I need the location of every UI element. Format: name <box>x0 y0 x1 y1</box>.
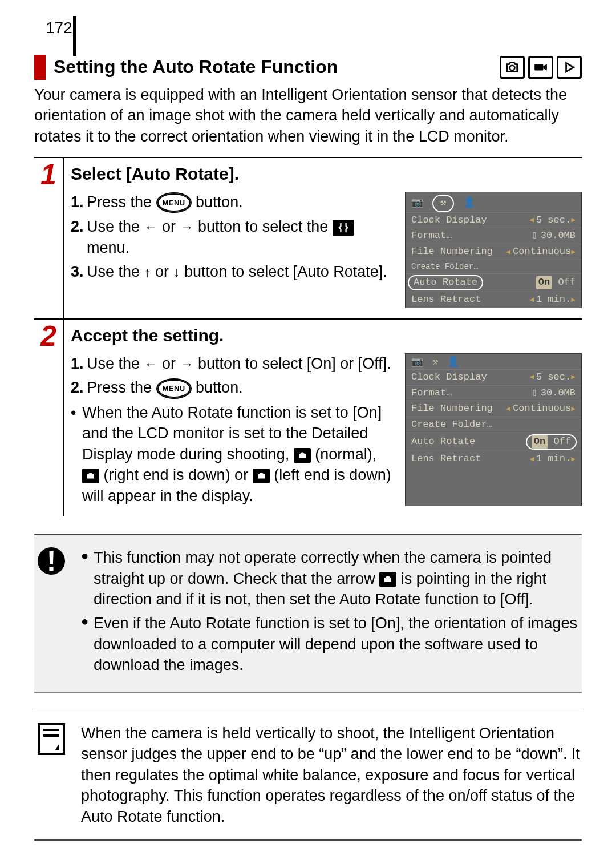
memo-block: When the camera is held vertically to sh… <box>34 710 582 841</box>
camera-mode-icon <box>500 56 525 79</box>
lcd-preview-1: 📷 ⚒ 👤 Clock Display◀5 sec.▶ Format…▯30.0… <box>405 192 582 309</box>
section-header: Setting the Auto Rotate Function <box>34 55 582 80</box>
intro-text: Your camera is equipped with an Intellig… <box>34 84 582 147</box>
page-number: 172 <box>34 17 74 41</box>
lcd-tab-tools-highlighted: ⚒ <box>432 195 454 212</box>
step2-title: Accept the setting. <box>71 324 582 348</box>
section-accent <box>34 55 46 80</box>
right-arrow-icon: → <box>180 356 194 372</box>
section-title: Setting the Auto Rotate Function <box>54 55 492 79</box>
video-mode-icon <box>528 56 553 79</box>
orientation-normal-icon <box>379 572 396 587</box>
lcd-tab-tools: ⚒ <box>432 356 438 369</box>
caution-text: ● This function may not operate correctl… <box>81 547 582 679</box>
mode-icons <box>500 56 582 79</box>
lcd-tab-camera: 📷 <box>411 356 423 369</box>
left-arrow-icon: ← <box>144 356 158 372</box>
lcd-tab-camera: 📷 <box>411 197 423 210</box>
orientation-normal-icon <box>294 448 311 463</box>
step-number-2: 2 <box>40 322 56 516</box>
orientation-right-icon <box>82 469 99 483</box>
lcd-onoff-highlighted: On Off <box>526 434 577 450</box>
step-2: 2 Accept the setting. 1. Use the ← or → … <box>34 318 582 516</box>
up-arrow-icon: ↑ <box>144 264 151 280</box>
lcd-tab-person: 👤 <box>447 356 459 369</box>
caution-icon: ! <box>38 547 65 575</box>
orientation-left-icon <box>253 469 270 483</box>
menu-button-icon: MENU <box>156 192 192 213</box>
down-arrow-icon: ↓ <box>173 264 180 280</box>
step1-text: 1. Press the MENU button. 2. Use the ← o… <box>71 192 396 309</box>
svg-point-0 <box>510 66 515 71</box>
step-number-1: 1 <box>40 160 56 318</box>
step-1: 1 Select [Auto Rotate]. 1. Press the MEN… <box>34 157 582 318</box>
left-arrow-icon: ← <box>144 219 158 235</box>
lcd-tab-person: 👤 <box>463 197 475 210</box>
svg-rect-1 <box>534 64 543 70</box>
right-arrow-icon: → <box>180 219 194 235</box>
lcd-preview-2: 📷 ⚒ 👤 Clock Display◀5 sec.▶ Format…▯30.0… <box>405 353 582 507</box>
memo-text: When the camera is held vertically to sh… <box>81 723 582 827</box>
menu-button-icon: MENU <box>156 378 192 399</box>
play-mode-icon <box>557 56 582 79</box>
lcd-auto-rotate-highlighted: Auto Rotate <box>408 275 483 290</box>
step1-title: Select [Auto Rotate]. <box>71 163 582 186</box>
memo-icon <box>38 723 65 755</box>
tools-tab-icon <box>333 220 354 236</box>
caution-block: ! ● This function may not operate correc… <box>34 534 582 693</box>
step2-text: 1. Use the ← or → button to select [On] … <box>71 353 396 507</box>
